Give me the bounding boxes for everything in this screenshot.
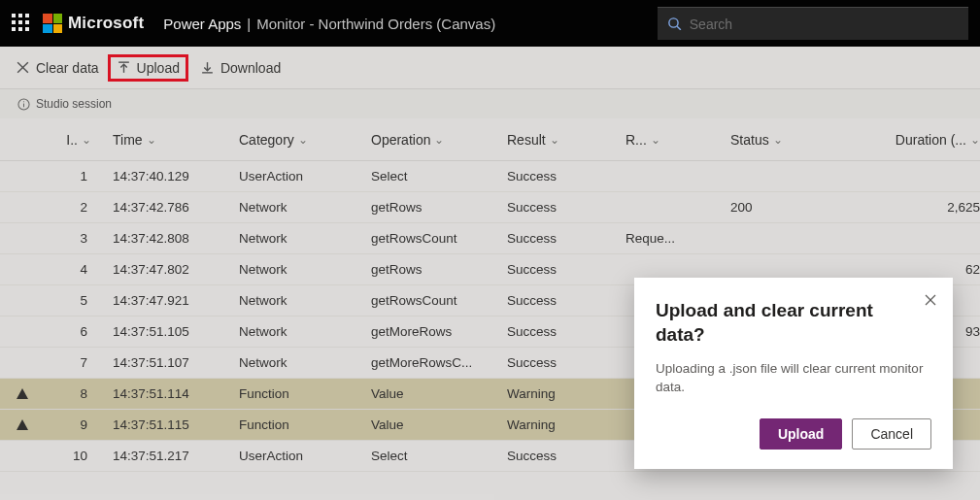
search-box[interactable] [658,7,968,40]
row-operation: getRowsCount [367,231,503,246]
col-operation[interactable]: Operation⌄ [367,132,503,148]
row-id: 9 [41,417,109,432]
search-icon [667,17,682,32]
row-operation: getRows [367,200,503,215]
download-button[interactable]: Download [200,60,281,76]
col-duration[interactable]: Duration (...⌄ [829,132,980,148]
col-result[interactable]: Result⌄ [503,132,622,148]
upload-confirm-dialog: Upload and clear current data? Uploading… [634,278,953,469]
row-id: 4 [41,262,109,277]
row-category: Function [235,417,367,432]
row-id: 5 [41,293,109,308]
col-category[interactable]: Category⌄ [235,132,367,148]
upload-label: Upload [137,60,180,76]
row-warn-icon [0,418,41,432]
session-bar: Studio session [0,89,980,118]
table-header: I..⌄ Time⌄ Category⌄ Operation⌄ Result⌄ … [0,118,980,161]
row-result: Success [503,324,622,339]
col-status[interactable]: Status⌄ [727,132,829,148]
row-result: Warning [503,417,622,432]
dialog-title: Upload and clear current data? [656,299,931,347]
row-category: Function [235,386,367,401]
row-id: 8 [41,386,109,401]
chevron-down-icon: ⌄ [147,133,156,147]
upload-button[interactable]: Upload [117,60,180,76]
svg-point-10 [23,101,24,102]
row-result: Success [503,293,622,308]
chevron-down-icon: ⌄ [82,133,91,147]
row-time: 14:37:42.786 [109,200,235,215]
row-category: Network [235,262,367,277]
row-time: 14:37:51.217 [109,449,235,463]
row-result: Success [503,231,622,246]
row-operation: Select [367,169,503,183]
row-warn-icon [0,387,41,401]
dialog-upload-button[interactable]: Upload [760,418,842,450]
svg-point-0 [669,17,678,26]
clear-data-button[interactable]: Clear data [16,60,99,76]
row-id: 10 [41,449,109,463]
row-category: Network [235,200,367,215]
download-label: Download [220,60,281,76]
close-icon [16,60,30,75]
dialog-close-button[interactable] [924,293,937,311]
global-header: Microsoft Power Apps | Monitor - Northwi… [0,0,980,47]
chevron-down-icon: ⌄ [550,133,559,147]
table-row[interactable]: 214:37:42.786NetworkgetRowsSuccess2002,6… [0,192,980,223]
row-category: UserAction [235,169,367,183]
upload-button-highlight: Upload [108,54,188,82]
upload-icon [117,60,131,75]
row-id: 2 [41,200,109,215]
row-time: 14:37:40.129 [109,169,235,183]
row-category: Network [235,231,367,246]
brand-text: Microsoft [68,14,144,33]
microsoft-logo-icon [43,14,62,33]
col-time[interactable]: Time⌄ [109,132,235,148]
close-icon [924,293,937,307]
table-row[interactable]: 114:37:40.129UserActionSelectSuccess [0,161,980,192]
app-launcher-icon[interactable] [12,14,31,33]
row-time: 14:37:51.115 [109,417,235,432]
row-result: Success [503,262,622,277]
clear-data-label: Clear data [36,60,99,76]
page-title: Monitor - Northwind Orders (Canvas) [256,16,495,32]
col-id[interactable]: I..⌄ [41,132,109,148]
row-result: Success [503,200,622,215]
microsoft-logo[interactable]: Microsoft [43,14,144,33]
row-category: UserAction [235,449,367,463]
col-r[interactable]: R...⌄ [622,132,727,148]
row-id: 6 [41,324,109,339]
svg-marker-12 [17,419,28,430]
command-bar: Clear data Upload Download [0,47,980,89]
session-label: Studio session [36,97,112,111]
chevron-down-icon: ⌄ [773,133,783,147]
chevron-down-icon: ⌄ [434,133,444,147]
row-duration: 62 [829,262,980,277]
row-result: Success [503,449,622,463]
chevron-down-icon: ⌄ [298,133,308,147]
row-status: 200 [727,200,829,215]
app-name[interactable]: Power Apps [163,16,241,32]
search-input[interactable] [690,17,959,32]
row-duration: 2,625 [829,200,980,215]
row-r: Reque... [622,231,727,246]
chevron-down-icon: ⌄ [970,133,980,147]
row-operation: getMoreRowsC... [367,355,503,370]
row-result: Success [503,355,622,370]
row-operation: getMoreRows [367,324,503,339]
row-operation: getRowsCount [367,293,503,308]
row-operation: Value [367,386,503,401]
dialog-cancel-button[interactable]: Cancel [852,418,931,450]
row-operation: Select [367,449,503,463]
row-id: 1 [41,169,109,183]
row-time: 14:37:42.808 [109,231,235,246]
row-category: Network [235,293,367,308]
breadcrumb: Power Apps | Monitor - Northwind Orders … [163,16,495,32]
breadcrumb-sep: | [247,16,251,32]
table-row[interactable]: 314:37:42.808NetworkgetRowsCountSuccessR… [0,223,980,254]
row-result: Warning [503,386,622,401]
row-category: Network [235,324,367,339]
row-operation: Value [367,417,503,432]
row-time: 14:37:51.114 [109,386,235,401]
row-id: 7 [41,355,109,370]
